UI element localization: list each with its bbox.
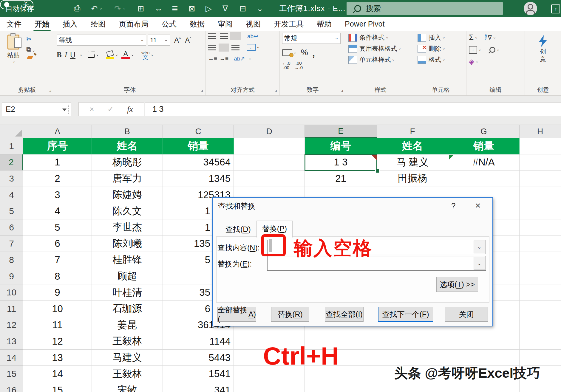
dialog-close-button[interactable]: × bbox=[475, 200, 481, 211]
paste-button[interactable]: 粘贴 ⌄ bbox=[2, 34, 24, 64]
cell-D1[interactable] bbox=[234, 138, 305, 154]
qat-more-icon[interactable]: ⌄ bbox=[256, 0, 263, 17]
row-height-icon[interactable]: ≣ bbox=[171, 0, 178, 17]
merge-center-icon[interactable]: ↔ bbox=[247, 44, 256, 51]
cell-G16[interactable] bbox=[448, 382, 520, 392]
cell-H16[interactable] bbox=[520, 382, 561, 392]
cell-A13[interactable]: 12 bbox=[23, 333, 92, 350]
cell-D3[interactable] bbox=[234, 171, 305, 187]
increase-decimal-icon[interactable]: ←.0 .00 bbox=[282, 61, 290, 70]
cell-E3[interactable]: 21 bbox=[305, 171, 377, 187]
dialog-button-替换(R)[interactable]: 替换(R) bbox=[271, 307, 309, 322]
ideas-button[interactable]: 创 意 bbox=[527, 35, 559, 63]
cell-A4[interactable]: 3 bbox=[23, 187, 92, 203]
fill-handle[interactable] bbox=[375, 169, 380, 173]
tab-视图[interactable]: 视图 bbox=[246, 19, 261, 29]
cell-B5[interactable]: 陈久文 bbox=[92, 203, 163, 219]
cell-C3[interactable]: 1345 bbox=[163, 171, 234, 187]
cell-A16[interactable]: 15 bbox=[23, 382, 92, 392]
format-as-table-button[interactable]: 套用表格格式⌄ bbox=[348, 44, 412, 53]
table-style-icon[interactable]: ⊟ bbox=[239, 0, 246, 17]
tab-公式[interactable]: 公式 bbox=[162, 19, 177, 29]
row-header-10[interactable]: 10 bbox=[0, 284, 23, 301]
name-box[interactable]: E2 bbox=[2, 102, 71, 116]
insert-function-icon[interactable]: fx bbox=[127, 105, 133, 114]
dialog-button-关闭[interactable]: 关闭 bbox=[445, 307, 488, 322]
cell-H14[interactable] bbox=[520, 350, 561, 366]
conditional-formatting-button[interactable]: 条件格式⌄ bbox=[348, 33, 412, 42]
ribbon-display-options-icon[interactable]: ↑ bbox=[551, 4, 560, 13]
phonetic-guide-button[interactable]: wén文⌄ bbox=[141, 50, 154, 59]
save-icon[interactable]: ⎙ bbox=[74, 0, 81, 17]
cell-C2[interactable]: 34564 bbox=[163, 154, 234, 171]
confirm-entry-icon[interactable]: ✓ bbox=[107, 105, 114, 114]
number-format-combo[interactable]: 常规⌄ bbox=[282, 33, 341, 44]
cell-H10[interactable] bbox=[520, 284, 561, 301]
formula-input[interactable]: 1 3 bbox=[145, 102, 561, 116]
row-header-16[interactable]: 16 bbox=[0, 382, 23, 392]
delete-cells-button[interactable]: 删除⌄ bbox=[418, 44, 464, 53]
cell-A1[interactable]: 序号 bbox=[23, 138, 92, 154]
undo-icon[interactable]: ↶⌄ bbox=[91, 0, 103, 17]
cell-G13[interactable] bbox=[448, 333, 520, 350]
cell-C15[interactable]: 1541 bbox=[163, 366, 234, 382]
find-menu-icon[interactable]: ⌄ bbox=[496, 47, 500, 52]
column-header-C[interactable]: C bbox=[163, 125, 234, 138]
select-all-corner[interactable] bbox=[0, 125, 23, 138]
row-header-1[interactable]: 1 bbox=[0, 138, 23, 154]
autosum-icon[interactable]: Σ bbox=[469, 33, 474, 42]
dialog-button-全部替换(A)[interactable]: 全部替换(A) bbox=[217, 307, 256, 322]
cell-G3[interactable] bbox=[448, 171, 520, 187]
dialog-tab-查找(D)[interactable]: 查找(D) bbox=[220, 221, 256, 237]
column-header-G[interactable]: G bbox=[448, 125, 520, 138]
row-header-8[interactable]: 8 bbox=[0, 252, 23, 268]
underline-menu-icon[interactable]: ⌄ bbox=[79, 52, 83, 57]
cell-B4[interactable]: 陈婕娉 bbox=[92, 187, 163, 203]
cell-D16[interactable] bbox=[234, 382, 305, 392]
cell-B2[interactable]: 杨晓彤 bbox=[92, 154, 163, 171]
cell-C13[interactable]: 1144 bbox=[163, 333, 234, 350]
redo-icon[interactable]: ↷⌄ bbox=[114, 0, 126, 17]
cell-H4[interactable] bbox=[520, 187, 561, 203]
cell-H1[interactable] bbox=[520, 138, 561, 154]
underline-button[interactable]: U bbox=[70, 51, 75, 59]
cell-H7[interactable] bbox=[520, 236, 561, 252]
options-button[interactable]: 选项(T) >> bbox=[436, 277, 478, 292]
row-header-11[interactable]: 11 bbox=[0, 301, 23, 317]
column-header-D[interactable]: D bbox=[234, 125, 305, 138]
cell-B14[interactable]: 马建义 bbox=[92, 350, 163, 366]
cell-A14[interactable]: 13 bbox=[23, 350, 92, 366]
align-right-icon[interactable] bbox=[231, 45, 239, 50]
decrease-indent-icon[interactable]: ←≡ bbox=[208, 55, 217, 62]
cell-B12[interactable]: 姜昆 bbox=[92, 317, 163, 334]
cell-B1[interactable]: 姓名 bbox=[92, 138, 163, 154]
cell-H8[interactable] bbox=[520, 252, 561, 268]
autosum-menu-icon[interactable]: ⌄ bbox=[475, 35, 478, 39]
align-bottom-icon[interactable] bbox=[231, 33, 239, 39]
cancel-entry-icon[interactable]: × bbox=[89, 105, 94, 114]
cell-C16[interactable]: 341 bbox=[163, 382, 234, 392]
cell-H2[interactable] bbox=[520, 154, 561, 171]
cell-H11[interactable] bbox=[520, 301, 561, 317]
filter-icon[interactable]: ∇ bbox=[222, 0, 228, 17]
cell-F2[interactable]: 马 建义 bbox=[377, 154, 448, 171]
align-middle-icon[interactable] bbox=[220, 33, 228, 39]
column-header-B[interactable]: B bbox=[92, 125, 163, 138]
row-header-6[interactable]: 6 bbox=[0, 219, 23, 236]
cell-A3[interactable]: 2 bbox=[23, 171, 92, 187]
sort-filter-icon[interactable]: A Z bbox=[485, 34, 487, 41]
cell-A10[interactable]: 9 bbox=[23, 284, 92, 301]
row-header-5[interactable]: 5 bbox=[0, 203, 23, 219]
column-header-H[interactable]: H bbox=[520, 125, 561, 138]
cell-A6[interactable]: 5 bbox=[23, 219, 92, 236]
merge-menu-icon[interactable]: ⌄ bbox=[256, 44, 260, 49]
cut-icon[interactable]: ✂ bbox=[26, 35, 52, 43]
borders-button[interactable]: ⌄ bbox=[88, 52, 99, 58]
cell-A11[interactable]: 10 bbox=[23, 301, 92, 317]
cell-styles-button[interactable]: 单元格样式⌄ bbox=[348, 55, 412, 64]
cell-F14[interactable] bbox=[377, 350, 448, 366]
percent-style-icon[interactable]: % bbox=[301, 48, 308, 57]
row-header-15[interactable]: 15 bbox=[0, 366, 23, 382]
cell-F1[interactable]: 姓名 bbox=[377, 138, 448, 154]
italic-button[interactable]: I bbox=[65, 51, 67, 59]
